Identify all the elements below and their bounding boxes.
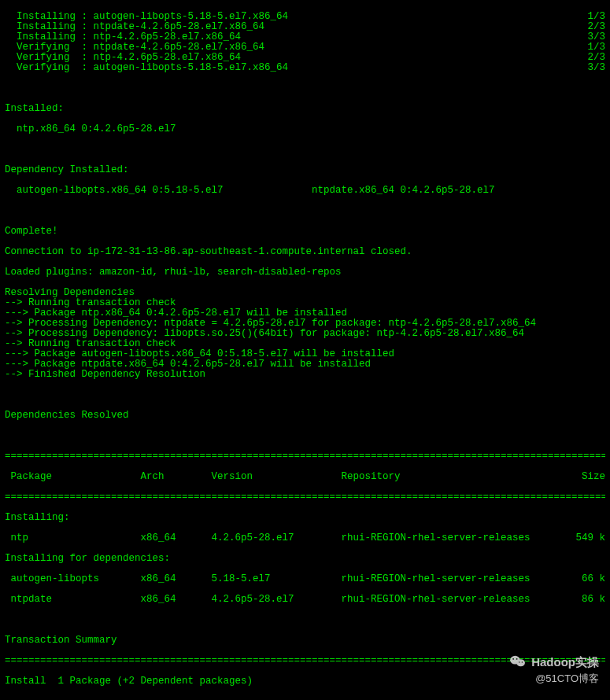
table-row: ntpdate x86_64 4.2.6p5-28.el7 rhui-REGIO… bbox=[5, 595, 605, 605]
install-summary: Install 1 Package (+2 Dependent packages… bbox=[5, 676, 605, 687]
resolve-line: --> Finished Dependency Resolution bbox=[5, 370, 605, 380]
rule: ========================================… bbox=[5, 656, 605, 666]
rule: ========================================… bbox=[5, 492, 605, 503]
dep-installed-header: Dependency Installed: bbox=[5, 165, 605, 175]
connection-closed: Connection to ip-172-31-13-86.ap-southea… bbox=[5, 247, 605, 257]
table-row: autogen-libopts x86_64 5.18-5.el7 rhui-R… bbox=[5, 574, 605, 584]
installing-deps-label: Installing for dependencies: bbox=[5, 554, 605, 564]
installed-package: ntp.x86_64 0:4.2.6p5-28.el7 bbox=[5, 124, 605, 134]
transaction-step: Verifying : autogen-libopts-5.18-5.el7.x… bbox=[5, 63, 605, 73]
installing-label: Installing: bbox=[5, 513, 605, 523]
terminal-output: Installing : autogen-libopts-5.18-5.el7.… bbox=[0, 0, 610, 700]
rule: ========================================… bbox=[5, 451, 605, 462]
complete-msg: Complete! bbox=[5, 227, 605, 237]
deps-resolved: Dependencies Resolved bbox=[5, 411, 605, 421]
table-header: Package Arch Version RepositorySize bbox=[5, 472, 605, 482]
loaded-plugins: Loaded plugins: amazon-id, rhui-lb, sear… bbox=[5, 267, 605, 278]
transaction-summary: Transaction Summary bbox=[5, 636, 605, 646]
dep-installed-packages: autogen-libopts.x86_64 0:5.18-5.el7 ntpd… bbox=[5, 186, 605, 196]
table-row: ntp x86_64 4.2.6p5-28.el7 rhui-REGION-rh… bbox=[5, 533, 605, 543]
installed-header: Installed: bbox=[5, 104, 605, 114]
